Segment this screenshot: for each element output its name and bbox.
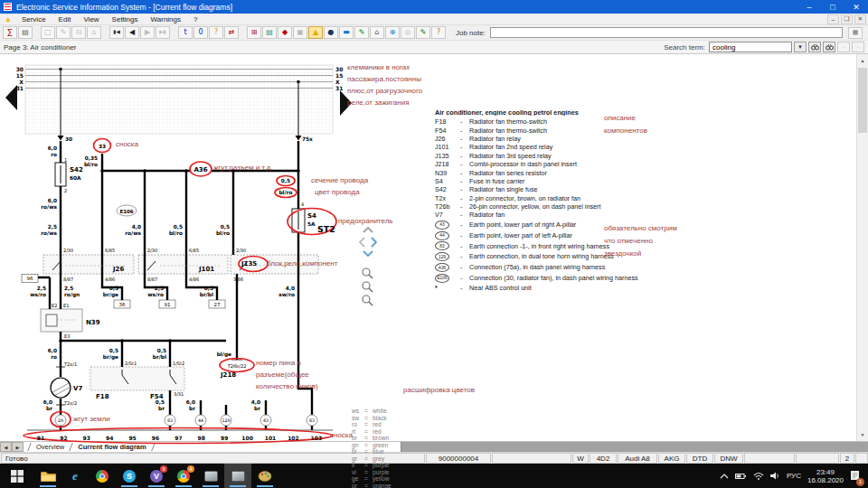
menu-help[interactable]: ? <box>187 15 203 23</box>
file-explorer[interactable] <box>34 464 61 488</box>
internet-explorer[interactable]: e <box>61 464 89 488</box>
element <box>813 44 816 46</box>
jump-next-button[interactable]: → <box>837 42 850 52</box>
speaker-icon[interactable] <box>770 472 780 480</box>
clock[interactable]: 23:49 16.08.2020 <box>807 468 844 484</box>
mdi-close-button[interactable]: ✕ <box>854 14 866 24</box>
windows-logo-icon <box>11 470 24 483</box>
pan-right-icon[interactable] <box>372 238 376 247</box>
battery-icon[interactable] <box>735 473 747 480</box>
toolbar-button[interactable]: ✎ <box>354 26 369 39</box>
mdi-minimize-button[interactable]: – <box>827 14 839 24</box>
color-key-row: gn=green <box>352 442 392 449</box>
jump-prev-button[interactable]: → <box>852 42 864 52</box>
color-key-row: vi=purple <box>352 469 392 476</box>
note-options-button[interactable]: ▦ <box>848 27 863 39</box>
toolbar-button[interactable]: t <box>178 26 193 39</box>
toolbar-button[interactable]: ▤ <box>18 26 33 39</box>
toolbar-button[interactable]: ◆ <box>278 26 292 39</box>
paint-palette-glyph <box>265 473 267 474</box>
notification-icon[interactable]: 1 <box>850 468 861 484</box>
pan-up-icon[interactable] <box>363 228 373 232</box>
menu-warnings[interactable]: Warnings <box>145 15 188 23</box>
search-prev-button[interactable] <box>823 42 835 52</box>
toolbar-button[interactable]: ▬ <box>339 26 354 39</box>
toolbar-button[interactable]: ✎ <box>416 26 430 39</box>
toolbar-button[interactable]: ⌂ <box>370 26 384 39</box>
zoom-reset-icon[interactable] <box>363 296 370 303</box>
toolbar-button[interactable]: ? <box>431 26 446 39</box>
scrollbar-thumb[interactable] <box>858 68 867 133</box>
minimize-button[interactable]: – <box>797 0 821 14</box>
language-indicator[interactable]: РУС <box>787 472 801 480</box>
toolbar-button[interactable]: ● <box>324 26 338 39</box>
legend-earth-item: 129-Earth connection, in dual tone horn … <box>435 251 738 262</box>
elsa-app[interactable] <box>224 464 251 488</box>
skype[interactable]: S <box>116 464 143 488</box>
menu-edit[interactable]: Edit <box>52 15 78 23</box>
pan-left-icon[interactable] <box>360 238 364 247</box>
color-name: green <box>373 442 388 449</box>
toolbar-button[interactable]: ✎ <box>56 26 71 39</box>
status-cell: AKG <box>658 453 685 464</box>
toolbar-button[interactable]: ⊞ <box>247 26 261 39</box>
chrome[interactable] <box>89 464 116 488</box>
toolbar-button[interactable]: ▮◀ <box>109 26 124 39</box>
toolbar-button[interactable]: ⇄ <box>224 26 239 39</box>
toolbar-button[interactable]: ◎ <box>401 26 415 39</box>
color-name: white <box>373 408 387 415</box>
tab-scroll-right-button[interactable]: ▶ <box>12 442 24 452</box>
toolbar-button[interactable]: ⌂ <box>87 26 101 39</box>
maximize-button[interactable]: □ <box>821 0 844 14</box>
pan-down-icon[interactable] <box>363 251 373 256</box>
search-next-button[interactable] <box>808 42 821 52</box>
browser-with-badge-glyph <box>175 485 192 487</box>
toolbar-button[interactable]: 0 <box>193 26 208 39</box>
search-dropdown-button[interactable]: ▼ <box>794 42 807 52</box>
toolbar-button[interactable]: ◀ <box>125 26 139 39</box>
mdi-restore-button[interactable]: ❏ <box>841 14 853 24</box>
browser-with-badge[interactable]: 4 <box>170 464 197 488</box>
scroll-down-button[interactable]: ▼ <box>857 428 868 441</box>
job-note-input[interactable] <box>490 27 843 38</box>
color-key-row: li=purple <box>352 462 392 469</box>
document-canvas[interactable]: Air conditioner, engine cooling petrol e… <box>0 54 868 441</box>
close-button[interactable]: ✕ <box>844 0 868 14</box>
component-code: J135 <box>435 152 460 160</box>
annotation-line: обязательно смотрим <box>604 222 677 235</box>
toolbar-group-1: ∑▤ <box>3 26 33 39</box>
tab-current-flow-diagram[interactable]: Current flow diagram <box>73 443 150 451</box>
toolbar-button[interactable]: ▶▮ <box>156 26 170 39</box>
element <box>811 46 815 50</box>
toolbar-button[interactable]: ⊟ <box>71 26 86 39</box>
legend-earth-item: E106-Connection (30, radiator fan), in d… <box>435 273 738 284</box>
zoom-in-icon[interactable] <box>363 268 370 276</box>
search-input[interactable] <box>709 42 792 52</box>
toolbar-button[interactable]: ▲ <box>308 26 323 39</box>
tab-overview[interactable]: Overview <box>32 443 69 451</box>
vertical-scrollbar[interactable]: ▲ ▼ <box>856 54 868 441</box>
toolbar-button[interactable]: ? <box>209 26 223 39</box>
toolbar-button[interactable]: ▣ <box>293 26 307 39</box>
tab-scroll-left-button[interactable]: ◀ <box>0 442 12 452</box>
tray-chevron-icon[interactable] <box>720 474 729 479</box>
zoom-out-icon[interactable] <box>363 282 370 289</box>
toolbar-group-3: ▮◀◀▶▶▮ <box>109 26 171 39</box>
menu-view[interactable]: View <box>77 15 105 23</box>
app-grey[interactable] <box>197 464 224 488</box>
paint-palette[interactable] <box>251 464 278 488</box>
toolbar-button[interactable]: ▤ <box>262 26 277 39</box>
toolbar-button[interactable]: ∑ <box>3 26 17 39</box>
menu-settings[interactable]: Settings <box>106 15 145 23</box>
toolbar-button[interactable]: □ <box>41 26 55 39</box>
earth-symbol: E106 <box>435 274 449 283</box>
scroll-up-button[interactable]: ▲ <box>857 54 868 67</box>
menu-service[interactable]: Service <box>15 15 52 23</box>
viber[interactable]: V9 <box>143 464 170 488</box>
start-button[interactable] <box>0 464 34 488</box>
wifi-icon[interactable] <box>753 472 764 480</box>
earth-code: E106 <box>435 273 460 283</box>
toolbar-button[interactable]: ▶ <box>140 26 155 39</box>
toolbar-button[interactable]: ⊕ <box>385 26 400 39</box>
component-desc: Radiator fan single fuse <box>469 185 538 193</box>
